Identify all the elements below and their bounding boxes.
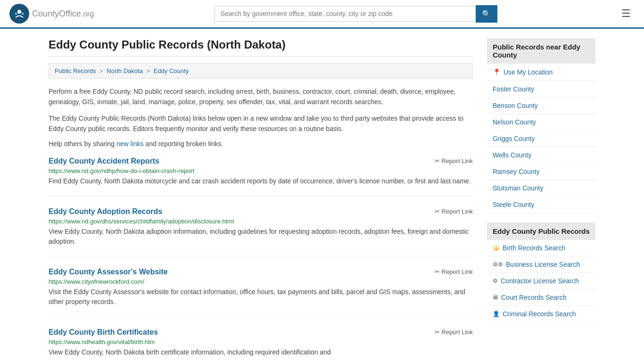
record-url-1: https://www.nd.gov/dhs/services/childfam… [49, 218, 473, 225]
content-area: Eddy County Public Records (North Dakota… [49, 38, 473, 362]
record-entry-1: Eddy County Adoption Records ✂ Report Li… [49, 207, 473, 256]
record-desc-2: Visit the Eddy County Assessor's website… [49, 287, 473, 307]
logo-icon [9, 4, 29, 24]
header-right: ☰ [618, 6, 635, 22]
nearby-county-link-5[interactable]: Ramsey County [487, 164, 595, 180]
scissors-icon-3: ✂ [435, 329, 440, 336]
report-link-3[interactable]: ✂ Report Link [435, 329, 473, 336]
location-pin-icon: 📍 [493, 68, 501, 76]
scissors-icon-2: ✂ [435, 268, 440, 275]
record-link-3[interactable]: Eddy County Birth Certificates [49, 328, 158, 336]
record-url-3: https://www.ndhealth.gov/vital/birth.htm [49, 338, 473, 346]
nearby-county-link-2[interactable]: Nelson County [487, 114, 595, 130]
nearby-county-link-4[interactable]: Wells County [487, 147, 595, 163]
record-sidebar-item-3: 🏛 Court Records Search [487, 289, 595, 306]
search-area: 🔍 [215, 5, 497, 23]
nearby-county-0: Foster County [487, 81, 595, 98]
record-desc-0: Find Eddy County, North Dakota motorcycl… [49, 176, 473, 186]
record-url-2: https://www.cityofnewrockford.com/ [49, 278, 473, 285]
record-entry-0: Eddy County Accident Reports ✂ Report Li… [49, 157, 473, 196]
record-url-0: https://www.nd.gov/ndhp/how-do-i-obtain-… [49, 167, 473, 174]
intro-text2: The Eddy County Public Records (North Da… [49, 113, 473, 134]
nearby-county-2: Nelson County [487, 114, 595, 131]
records-container: Eddy County Accident Reports ✂ Report Li… [49, 157, 473, 362]
svg-point-3 [22, 13, 24, 15]
sidebar: Public Records near Eddy County 📍 Use My… [487, 38, 595, 362]
record-title-0: Eddy County Accident Reports [49, 157, 159, 165]
nearby-county-list: Foster CountyBenson CountyNelson CountyG… [487, 81, 595, 213]
report-link-0[interactable]: ✂ Report Link [435, 157, 473, 165]
breadcrumb-eddy-county[interactable]: Eddy County [154, 67, 189, 74]
record-sidebar-link-2[interactable]: ⚙ Contractor License Search [487, 273, 595, 289]
record-title-1: Eddy County Adoption Records [49, 207, 162, 216]
search-button[interactable]: 🔍 [476, 5, 497, 23]
nearby-county-5: Ramsey County [487, 164, 595, 180]
record-sidebar-link-3[interactable]: 🏛 Court Records Search [487, 289, 595, 305]
nearby-county-4: Wells County [487, 147, 595, 164]
record-link-2[interactable]: Eddy County Assessor's Website [49, 268, 168, 276]
record-title-3: Eddy County Birth Certificates [49, 328, 158, 337]
record-sidebar-item-2: ⚙ Contractor License Search [487, 273, 595, 289]
nearby-section: Public Records near Eddy County 📍 Use My… [487, 38, 595, 213]
header: CountyOffice.org 🔍 ☰ [0, 0, 644, 29]
nearby-county-link-0[interactable]: Foster County [487, 81, 595, 97]
record-sidebar-icon-4: 👤 [493, 311, 500, 317]
logo-text: CountyOffice.org [32, 9, 94, 19]
scissors-icon-1: ✂ [435, 208, 440, 215]
nearby-county-link-6[interactable]: Stutsman County [487, 180, 595, 196]
breadcrumb-north-dakota[interactable]: North Dakota [107, 67, 143, 74]
main-content: Eddy County Public Records (North Dakota… [39, 29, 605, 362]
intro-text: Perform a free Eddy County, ND public re… [49, 86, 473, 107]
svg-point-2 [15, 13, 17, 15]
record-sidebar-icon-3: 🏛 [493, 294, 498, 301]
record-sidebar-link-4[interactable]: 👤 Criminal Records Search [487, 306, 595, 322]
logo-area: CountyOffice.org [9, 4, 94, 24]
record-entry-2: Eddy County Assessor's Website ✂ Report … [49, 268, 473, 317]
menu-button[interactable]: ☰ [618, 6, 635, 22]
search-input[interactable] [215, 6, 476, 22]
use-my-location[interactable]: 📍 Use My Location [487, 64, 595, 81]
svg-point-1 [17, 10, 21, 14]
record-entry-3: Eddy County Birth Certificates ✂ Report … [49, 328, 473, 362]
record-sidebar-link-0[interactable]: 🔱 Birth Records Search [487, 240, 595, 256]
record-link-0[interactable]: Eddy County Accident Reports [49, 157, 159, 165]
record-desc-3: View Eddy County, North Dakota birth cer… [49, 347, 473, 357]
nearby-county-3: Griggs County [487, 131, 595, 147]
report-link-2[interactable]: ✂ Report Link [435, 268, 473, 275]
scissors-icon-0: ✂ [435, 157, 440, 165]
nearby-county-1: Benson County [487, 98, 595, 114]
help-text: Help others by sharing new links and rep… [49, 140, 473, 148]
page-title: Eddy County Public Records (North Dakota… [49, 38, 473, 57]
eddy-records-section: Eddy County Public Records 🔱 Birth Recor… [487, 222, 595, 322]
eddy-records-header: Eddy County Public Records [487, 222, 595, 240]
nearby-county-link-7[interactable]: Steele County [487, 197, 595, 213]
record-desc-1: View Eddy County, North Dakota adoption … [49, 227, 473, 247]
record-sidebar-icon-1: ⚙⚙ [493, 261, 503, 268]
record-sidebar-item-1: ⚙⚙ Business License Search [487, 256, 595, 273]
report-link-1[interactable]: ✂ Report Link [435, 208, 473, 215]
new-links-link[interactable]: new links [116, 140, 144, 148]
record-sidebar-link-1[interactable]: ⚙⚙ Business License Search [487, 256, 595, 272]
nearby-county-7: Steele County [487, 197, 595, 213]
nearby-county-link-3[interactable]: Griggs County [487, 131, 595, 147]
record-sidebar-icon-0: 🔱 [493, 245, 500, 251]
eddy-records-list: 🔱 Birth Records Search ⚙⚙ Business Licen… [487, 240, 595, 322]
record-title-2: Eddy County Assessor's Website [49, 268, 168, 276]
breadcrumb: Public Records > North Dakota > Eddy Cou… [49, 63, 473, 79]
nearby-county-6: Stutsman County [487, 180, 595, 197]
record-sidebar-item-4: 👤 Criminal Records Search [487, 306, 595, 322]
record-sidebar-item-0: 🔱 Birth Records Search [487, 240, 595, 256]
breadcrumb-public-records[interactable]: Public Records [55, 67, 96, 74]
record-link-1[interactable]: Eddy County Adoption Records [49, 207, 162, 215]
record-sidebar-icon-2: ⚙ [493, 278, 498, 284]
nearby-county-link-1[interactable]: Benson County [487, 98, 595, 114]
nearby-header: Public Records near Eddy County [487, 38, 595, 64]
